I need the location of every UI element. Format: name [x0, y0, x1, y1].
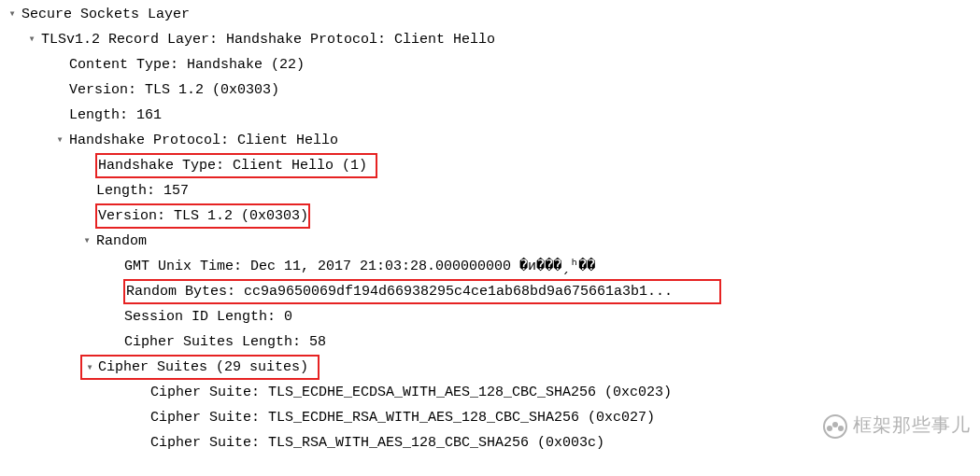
- node-label: Cipher Suites Length: 58: [123, 329, 327, 355]
- node-content-type[interactable]: ▾ Content Type: Handshake (22): [0, 52, 980, 77]
- node-label-highlighted: Handshake Type: Client Hello (1): [95, 153, 377, 178]
- packet-tree: ▾ Secure Sockets Layer ▾ TLSv1.2 Record …: [0, 0, 980, 455]
- node-session-id-length[interactable]: ▾ Session ID Length: 0: [0, 304, 980, 329]
- node-label: TLSv1.2 Record Layer: Handshake Protocol…: [40, 27, 496, 52]
- node-label: Random: [95, 229, 148, 254]
- node-label: Handshake Protocol: Client Hello: [68, 128, 339, 153]
- node-label: Session ID Length: 0: [123, 304, 293, 329]
- node-label: Cipher Suite: TLS_RSA_WITH_AES_128_CBC_S…: [149, 430, 605, 455]
- expand-icon[interactable]: ▾: [53, 128, 66, 153]
- node-gmt-time[interactable]: ▾ GMT Unix Time: Dec 11, 2017 21:03:28.0…: [0, 254, 980, 279]
- node-label: Version: TLS 1.2 (0x0303): [68, 77, 280, 103]
- node-cipher-suite-item[interactable]: ▾ Cipher Suite: TLS_ECDHE_RSA_WITH_AES_1…: [0, 405, 980, 430]
- node-label: Cipher Suite: TLS_ECDHE_RSA_WITH_AES_128…: [149, 405, 656, 430]
- node-record-version[interactable]: ▾ Version: TLS 1.2 (0x0303): [0, 77, 980, 103]
- node-label: Length: 161: [68, 103, 163, 128]
- node-cipher-suites[interactable]: ▾ Cipher Suites (29 suites): [0, 355, 980, 380]
- node-label: Cipher Suite: TLS_ECDHE_ECDSA_WITH_AES_1…: [149, 380, 673, 405]
- node-label: GMT Unix Time: Dec 11, 2017 21:03:28.000…: [123, 254, 596, 279]
- node-random-bytes[interactable]: ▾ Random Bytes: cc9a9650069df194d6693829…: [0, 279, 980, 304]
- node-label: Content Type: Handshake (22): [68, 52, 305, 77]
- node-handshake-version[interactable]: ▾ Version: TLS 1.2 (0x0303): [0, 203, 980, 229]
- node-label-highlighted: Random Bytes: cc9a9650069df194d66938295c…: [123, 279, 721, 304]
- node-record-length[interactable]: ▾ Length: 161: [0, 103, 980, 128]
- node-label: Length: 157: [95, 178, 190, 203]
- expand-icon[interactable]: ▾: [83, 362, 96, 373]
- node-cipher-suites-length[interactable]: ▾ Cipher Suites Length: 58: [0, 329, 980, 355]
- node-ssl[interactable]: ▾ Secure Sockets Layer: [0, 2, 980, 27]
- node-label: Secure Sockets Layer: [21, 2, 191, 27]
- expand-icon[interactable]: ▾: [80, 229, 93, 254]
- node-random[interactable]: ▾ Random: [0, 229, 980, 254]
- node-handshake-protocol[interactable]: ▾ Handshake Protocol: Client Hello: [0, 128, 980, 153]
- node-cipher-suite-item[interactable]: ▾ Cipher Suite: TLS_RSA_WITH_AES_128_CBC…: [0, 430, 980, 455]
- node-label-highlighted: Cipher Suites (29 suites): [98, 357, 308, 378]
- node-handshake-type[interactable]: ▾ Handshake Type: Client Hello (1): [0, 153, 980, 178]
- expand-icon[interactable]: ▾: [25, 27, 38, 52]
- expand-icon[interactable]: ▾: [6, 2, 19, 27]
- node-cipher-suite-item[interactable]: ▾ Cipher Suite: TLS_ECDHE_ECDSA_WITH_AES…: [0, 380, 980, 405]
- node-handshake-length[interactable]: ▾ Length: 157: [0, 178, 980, 203]
- node-record-layer[interactable]: ▾ TLSv1.2 Record Layer: Handshake Protoc…: [0, 27, 980, 52]
- node-label-highlighted: Version: TLS 1.2 (0x0303): [95, 203, 310, 229]
